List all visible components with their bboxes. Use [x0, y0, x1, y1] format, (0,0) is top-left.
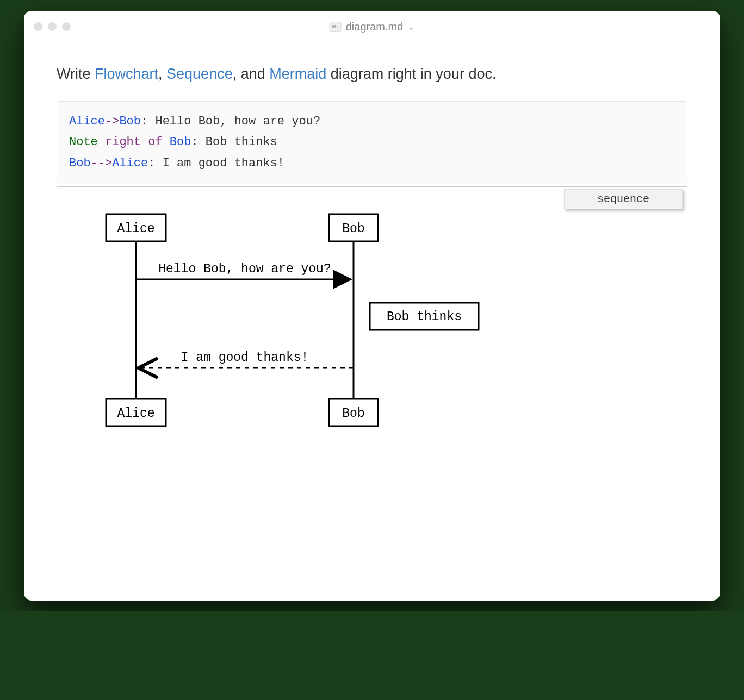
- intro-text: Write Flowchart, Sequence, and Mermaid d…: [57, 64, 687, 85]
- link-flowchart[interactable]: Flowchart: [95, 66, 158, 82]
- note-label: Bob thinks: [387, 310, 462, 324]
- document-content[interactable]: Write Flowchart, Sequence, and Mermaid d…: [24, 42, 720, 601]
- maximize-icon[interactable]: [62, 22, 71, 31]
- message-label: Hello Bob, how are you?: [158, 262, 331, 276]
- close-icon[interactable]: [34, 22, 42, 31]
- actor-label: Alice: [117, 222, 154, 236]
- traffic-lights: [34, 22, 71, 31]
- filename-label: diagram.md: [346, 21, 404, 33]
- title-filename[interactable]: M↓ diagram.md ⌄: [330, 21, 415, 33]
- message-label: I am good thanks!: [181, 351, 309, 365]
- chevron-down-icon: ⌄: [407, 22, 414, 32]
- diagram-output: sequence Alice Bob: [57, 186, 687, 459]
- app-window: M↓ diagram.md ⌄ Write Flowchart, Sequenc…: [24, 11, 720, 601]
- actor-label: Bob: [342, 407, 364, 421]
- minimize-icon[interactable]: [48, 22, 57, 31]
- link-mermaid[interactable]: Mermaid: [269, 66, 326, 82]
- titlebar: M↓ diagram.md ⌄: [24, 11, 720, 42]
- sequence-diagram: Alice Bob Hello Bob, how are you? Bob th…: [79, 211, 503, 429]
- link-sequence[interactable]: Sequence: [166, 66, 233, 82]
- actor-label: Bob: [342, 222, 364, 236]
- actor-label: Alice: [117, 407, 154, 421]
- diagram-type-badge: sequence: [564, 189, 683, 209]
- code-block[interactable]: Alice->Bob: Hello Bob, how are you? Note…: [57, 101, 687, 185]
- markdown-icon: M↓: [330, 22, 342, 32]
